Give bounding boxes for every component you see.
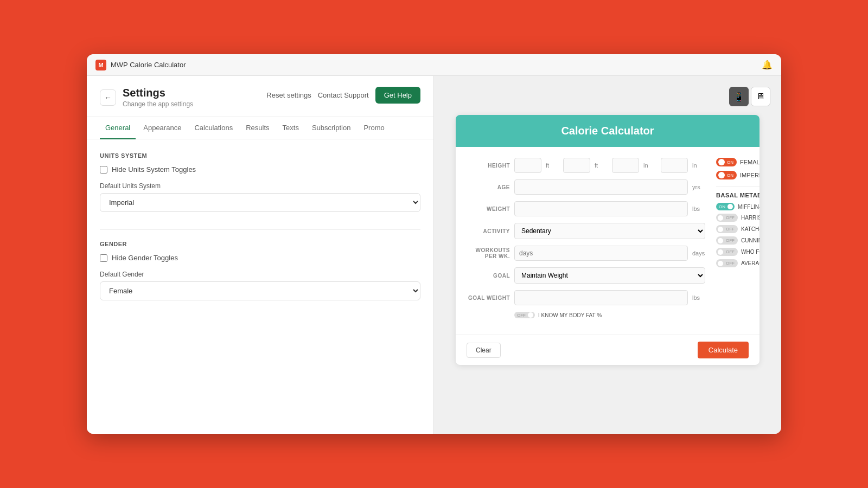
activity-row: ACTIVITY Sedentary Lightly Active Modera… xyxy=(467,223,705,239)
header-actions: Reset settings Contact Support Get Help xyxy=(266,87,420,104)
activity-label: ACTIVITY xyxy=(467,228,510,234)
mobile-view-button[interactable]: 📱 xyxy=(729,87,749,106)
weight-row: WEIGHT lbs xyxy=(467,201,705,216)
goal-weight-input[interactable] xyxy=(514,290,688,305)
settings-body: UNITS SYSTEM Hide Units System Toggles D… xyxy=(87,139,433,434)
pin-icon: 🔔 xyxy=(762,60,773,70)
katch-label: KATCH-MACARDLE FORMULA xyxy=(741,226,760,232)
tab-texts[interactable]: Texts xyxy=(277,117,304,139)
hide-gender-checkbox[interactable] xyxy=(100,254,107,262)
mifflin-toggle[interactable]: ON xyxy=(716,203,735,210)
height-ft1-input[interactable] xyxy=(514,158,541,173)
height-unit-in1: in xyxy=(643,162,656,169)
goal-select[interactable]: Maintain Weight Lose Weight Gain Weight xyxy=(514,267,705,284)
tab-subscription[interactable]: Subscription xyxy=(307,117,356,139)
default-gender-label: Default Gender xyxy=(100,271,420,278)
age-unit: yrs xyxy=(692,184,705,190)
height-in1-input[interactable] xyxy=(612,158,639,173)
height-label: HEIGHT xyxy=(467,163,510,169)
desktop-view-button[interactable]: 🖥 xyxy=(751,87,770,106)
goal-weight-label: GOAL WEIGHT xyxy=(467,295,510,301)
contact-support-button[interactable]: Contact Support xyxy=(318,91,369,99)
tab-general[interactable]: General xyxy=(100,117,136,139)
get-help-button[interactable]: Get Help xyxy=(375,87,420,104)
app-title: MWP Calorie Calculator xyxy=(111,61,186,69)
hide-gender-label: Hide Gender Toggles xyxy=(112,254,178,262)
bmr-katch-row: OFF KATCH-MACARDLE FORMULA xyxy=(716,225,760,233)
bmr-harris-row: OFF HARRIS-BENEDICT FORMULA xyxy=(716,214,760,222)
workouts-input[interactable] xyxy=(514,246,688,261)
calculator-widget: Calorie Calculator HEIGHT ft ft in xyxy=(456,115,760,365)
body-fat-row: OFF I KNOW MY BODY FAT % xyxy=(467,312,705,324)
page-title: Settings xyxy=(123,87,193,99)
tab-results[interactable]: Results xyxy=(240,117,275,139)
goal-weight-row: GOAL WEIGHT lbs xyxy=(467,290,705,305)
workouts-unit: days xyxy=(692,250,705,256)
body-fat-toggle[interactable]: OFF xyxy=(514,312,535,318)
activity-select[interactable]: Sedentary Lightly Active Moderately Acti… xyxy=(514,223,705,239)
tab-promo[interactable]: Promo xyxy=(358,117,390,139)
weight-unit: lbs xyxy=(692,206,705,212)
device-toggle: 📱 🖥 xyxy=(729,87,770,106)
bmr-cunningham-row: OFF CUNNINGHAM FORMULA xyxy=(716,236,760,245)
height-unit-ft1: ft xyxy=(546,162,559,169)
calc-title: Calorie Calculator xyxy=(456,115,760,147)
age-input[interactable] xyxy=(514,179,688,195)
who-label: WHO FORMULA xyxy=(741,249,760,255)
bmr-mifflin-row: ON MIFFLIN-ST JEOR FORMULA xyxy=(716,203,760,210)
imperial-toggle[interactable]: ON xyxy=(716,171,737,179)
cunningham-toggle[interactable]: OFF xyxy=(716,236,738,245)
harris-toggle[interactable]: OFF xyxy=(716,214,738,222)
default-units-label: Default Units System xyxy=(100,182,420,190)
height-unit-in2: in xyxy=(692,162,705,169)
title-bar: M MWP Calorie Calculator 🔔 xyxy=(87,54,781,76)
hide-units-label: Hide Units System Toggles xyxy=(112,165,196,174)
katch-toggle[interactable]: OFF xyxy=(716,225,738,233)
calc-right-panel: ON FEMALE OFF MALE xyxy=(716,158,760,324)
calc-body: HEIGHT ft ft in in AGE xyxy=(456,147,760,335)
header-left: ← Settings Change the app settings xyxy=(100,87,193,108)
reset-settings-button[interactable]: Reset settings xyxy=(266,91,311,99)
average-toggle[interactable]: OFF xyxy=(716,259,738,267)
goal-row: GOAL Maintain Weight Lose Weight Gain We… xyxy=(467,267,705,284)
hide-units-checkbox[interactable] xyxy=(100,166,107,174)
weight-label: WEIGHT xyxy=(467,206,510,212)
workouts-label: WORKOUTS PER WK. xyxy=(467,247,510,259)
goal-weight-unit: lbs xyxy=(692,294,705,301)
settings-header: ← Settings Change the app settings Reset… xyxy=(87,76,433,117)
hide-units-row: Hide Units System Toggles xyxy=(100,165,420,174)
tab-bar: General Appearance Calculations Results … xyxy=(87,117,433,139)
calc-footer: Clear Calculate xyxy=(456,335,760,365)
calculate-button[interactable]: Calculate xyxy=(698,342,749,358)
height-ft2-input[interactable] xyxy=(563,158,590,173)
height-in2-input[interactable] xyxy=(661,158,688,173)
female-toggle-group: ON FEMALE OFF MALE xyxy=(716,158,760,166)
back-button[interactable]: ← xyxy=(100,89,116,106)
hide-gender-row: Hide Gender Toggles xyxy=(100,254,420,262)
gender-select[interactable]: Female Male xyxy=(100,281,420,300)
units-section-title: UNITS SYSTEM xyxy=(100,152,420,159)
gender-section-title: GENDER xyxy=(100,241,420,247)
tab-calculations[interactable]: Calculations xyxy=(189,117,238,139)
goal-label: GOAL xyxy=(467,273,510,279)
age-row: AGE yrs xyxy=(467,179,705,195)
mifflin-label: MIFFLIN-ST JEOR FORMULA xyxy=(738,204,760,210)
units-system-select[interactable]: Imperial Metric xyxy=(100,193,420,212)
page-subtitle: Change the app settings xyxy=(123,100,193,108)
bmr-who-row: OFF WHO FORMULA xyxy=(716,248,760,256)
calc-form: HEIGHT ft ft in in AGE xyxy=(467,158,705,324)
imperial-label: IMPERIAL xyxy=(740,172,760,178)
bmr-title: BASAL METABOLIC RATE xyxy=(716,186,760,198)
title-block: Settings Change the app settings xyxy=(123,87,193,108)
female-toggle[interactable]: ON xyxy=(716,158,737,166)
preview-panel: 📱 🖥 Calorie Calculator HEIGHT ft xyxy=(434,76,781,434)
bmr-average-row: OFF AVERAGE xyxy=(716,259,760,267)
app-window: M MWP Calorie Calculator 🔔 ← Settings Ch… xyxy=(87,54,781,434)
weight-input[interactable] xyxy=(514,201,688,216)
tab-appearance[interactable]: Appearance xyxy=(138,117,187,139)
body-fat-label: I KNOW MY BODY FAT % xyxy=(538,312,602,318)
workouts-row: WORKOUTS PER WK. days xyxy=(467,246,705,261)
main-content: ← Settings Change the app settings Reset… xyxy=(87,76,781,434)
who-toggle[interactable]: OFF xyxy=(716,248,738,256)
clear-button[interactable]: Clear xyxy=(467,343,501,358)
